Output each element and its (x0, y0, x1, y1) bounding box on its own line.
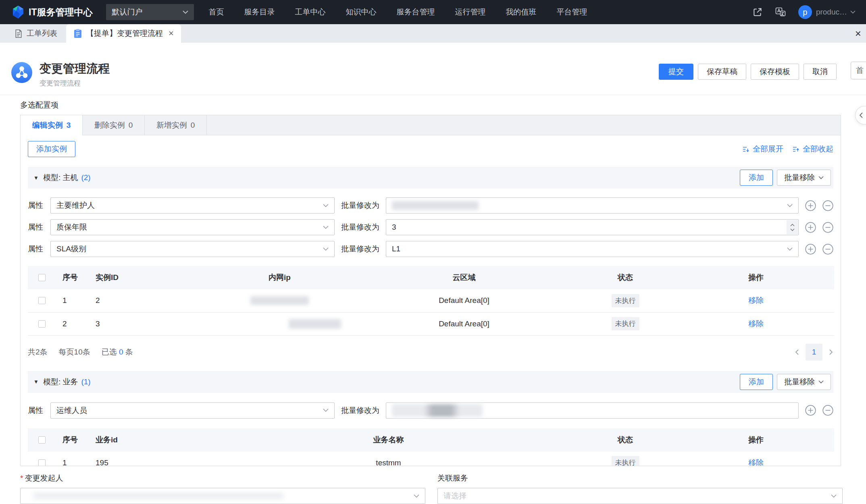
collapse-all-link[interactable]: 全部收起 (792, 144, 833, 154)
host-batch-remove-button[interactable]: 批量移除 (777, 170, 831, 186)
close-all-tabs-icon[interactable]: × (855, 24, 861, 43)
chevron-left-icon (859, 112, 863, 118)
cell-cloud-area: Default Area[0] (355, 312, 573, 335)
cell-business-id: 195 (89, 452, 204, 467)
collapse-all-icon (792, 145, 800, 153)
expand-all-link[interactable]: 全部展开 (742, 144, 783, 154)
model-section-business-header[interactable]: ▼ 模型: 业务 (1) 添加 批量移除 (28, 371, 833, 393)
row-checkbox[interactable] (38, 297, 46, 304)
external-link-icon[interactable] (752, 7, 763, 17)
attr-label: 属性 (28, 222, 44, 232)
caret-down-icon[interactable]: ▼ (33, 379, 39, 385)
remove-attribute-icon[interactable] (822, 200, 833, 211)
table-row: 2 3 Default Area[0] 未执行 移除 (28, 312, 834, 335)
step-up-icon[interactable] (790, 224, 795, 226)
remove-link[interactable]: 移除 (748, 319, 764, 328)
col-seq: 序号 (56, 266, 89, 289)
submit-button[interactable]: 提交 (659, 64, 693, 80)
attribute-row: 属性 质保年限 批量修改为 3 (28, 219, 833, 235)
nav-item-operation-mgmt[interactable]: 运行管理 (455, 7, 485, 17)
nav-item-servicedesk-mgmt[interactable]: 服务台管理 (396, 7, 435, 17)
page-tabbar: 工单列表 【提单】变更管理流程 × × (0, 24, 866, 43)
change-initiator-select[interactable] (20, 488, 425, 504)
model-host-actions: 添加 批量移除 (740, 170, 831, 186)
modify-label: 批量修改为 (341, 405, 379, 416)
chevron-down-icon (818, 380, 824, 384)
status-badge: 未执行 (612, 294, 639, 307)
nav-item-home[interactable]: 首页 (208, 7, 224, 17)
nav-item-ticket-center[interactable]: 工单中心 (295, 7, 325, 17)
nav-item-platform-mgmt[interactable]: 平台管理 (556, 7, 587, 17)
pagination: 共2条 每页10条 已选 0 条 1 (28, 344, 833, 361)
add-attribute-icon[interactable] (805, 200, 816, 211)
add-attribute-icon[interactable] (805, 222, 816, 233)
tab-close-icon[interactable]: × (169, 29, 174, 38)
attr-name-select[interactable]: SLA级别 (50, 241, 335, 257)
number-stepper[interactable] (787, 220, 798, 234)
add-attribute-icon[interactable] (805, 405, 816, 416)
nav-item-knowledge-center[interactable]: 知识中心 (346, 7, 376, 17)
remove-attribute-icon[interactable] (822, 222, 833, 233)
attr-name-select[interactable]: 运维人员 (50, 402, 335, 419)
per-page[interactable]: 每页10条 (59, 347, 90, 357)
business-batch-remove-button[interactable]: 批量移除 (777, 374, 831, 390)
floating-partial-label: 首 (856, 65, 864, 76)
table-row: 1 2 Default Area[0] 未执行 移除 (28, 289, 834, 312)
multi-config-card: 编辑实例 3 删除实例 0 新增实例 0 添加实例 (20, 115, 841, 466)
tab-delete-instance[interactable]: 删除实例 0 (83, 115, 145, 135)
nav-item-my-duty[interactable]: 我的值班 (506, 7, 536, 17)
step-down-icon[interactable] (790, 228, 795, 231)
save-template-button[interactable]: 保存模板 (751, 64, 799, 80)
attr-name-value: 质保年限 (56, 222, 87, 232)
attr-name-select[interactable]: 质保年限 (50, 219, 335, 235)
attr-value-number-input[interactable]: 3 (386, 219, 799, 235)
expand-links: 全部展开 全部收起 (742, 144, 833, 154)
bottom-form: 变更发起人 关联服务 请选择 (20, 474, 843, 504)
chevron-down-icon (831, 494, 837, 498)
selected-count: 0 (119, 348, 123, 356)
change-initiator-label: 变更发起人 (20, 474, 425, 482)
user-avatar[interactable]: p (798, 5, 812, 19)
cancel-button[interactable]: 取消 (804, 64, 837, 80)
select-all-checkbox[interactable] (38, 274, 46, 281)
select-all-checkbox[interactable] (38, 436, 46, 444)
model-business-actions: 添加 批量移除 (740, 374, 831, 390)
attr-value-select[interactable] (386, 197, 799, 214)
tab-change-process[interactable]: 【提单】变更管理流程 × (66, 24, 181, 43)
portal-select[interactable]: 默认门户 (106, 4, 194, 20)
model-section-host-header[interactable]: ▼ 模型: 主机 (2) 添加 批量移除 (28, 167, 833, 189)
save-draft-button[interactable]: 保存草稿 (698, 64, 746, 80)
attr-label: 属性 (28, 244, 44, 254)
page-number[interactable]: 1 (806, 344, 822, 361)
tab-change-process-label: 【提单】变更管理流程 (86, 28, 163, 39)
chevron-down-icon (818, 176, 824, 179)
attr-name-select[interactable]: 主要维护人 (50, 197, 335, 214)
remove-link[interactable]: 移除 (748, 296, 764, 305)
caret-down-icon[interactable]: ▼ (33, 175, 39, 181)
main-menu: 首页 服务目录 工单中心 知识中心 服务台管理 运行管理 我的值班 平台管理 (208, 7, 587, 17)
related-service-label: 关联服务 (437, 474, 843, 482)
tab-worklist[interactable]: 工单列表 (6, 24, 66, 43)
related-service-select[interactable]: 请选择 (437, 488, 843, 504)
nav-item-service-catalog[interactable]: 服务目录 (244, 7, 275, 17)
add-instance-button[interactable]: 添加实例 (28, 141, 75, 157)
host-add-button[interactable]: 添加 (740, 170, 773, 186)
next-page-icon[interactable] (829, 349, 833, 355)
user-menu-chevron-icon[interactable] (850, 10, 856, 14)
attr-name-value: 主要维护人 (56, 200, 95, 211)
business-add-button[interactable]: 添加 (740, 374, 773, 390)
remove-attribute-icon[interactable] (822, 244, 833, 255)
attr-value-select[interactable]: L1 (386, 241, 799, 257)
tab-delete-instance-label: 删除实例 (94, 120, 125, 131)
tab-add-instance[interactable]: 新增实例 0 (145, 115, 207, 135)
remove-link[interactable]: 移除 (748, 458, 764, 466)
row-checkbox[interactable] (38, 459, 46, 466)
floating-partial-button[interactable]: 首 (851, 62, 866, 79)
tab-edit-instance[interactable]: 编辑实例 3 (21, 115, 83, 135)
add-attribute-icon[interactable] (805, 244, 816, 255)
remove-attribute-icon[interactable] (822, 405, 833, 416)
row-checkbox[interactable] (38, 320, 46, 328)
prev-page-icon[interactable] (795, 349, 799, 355)
attr-value-select[interactable] (386, 402, 799, 419)
translate-icon[interactable] (775, 7, 786, 17)
